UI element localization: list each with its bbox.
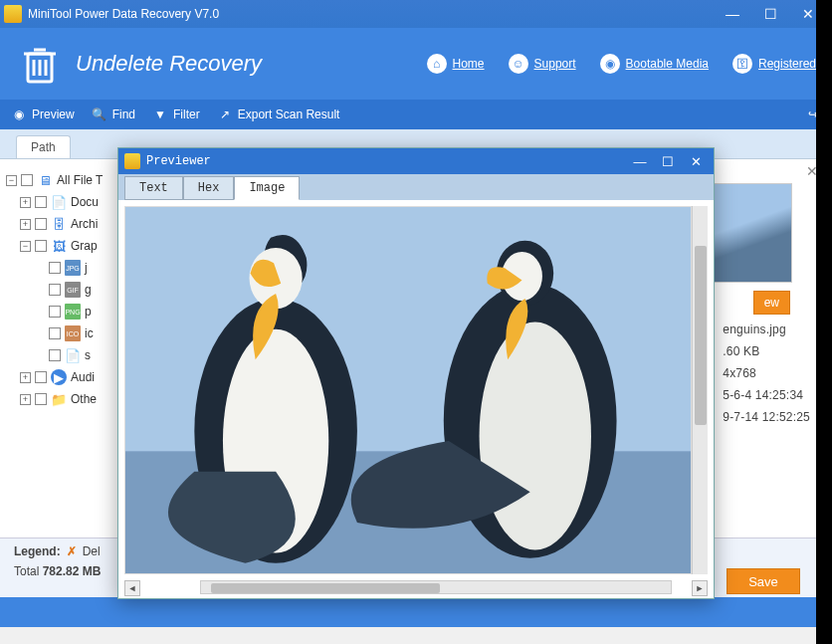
right-dark-edge (816, 0, 832, 644)
png-icon: PNG (65, 304, 81, 320)
tree-checkbox[interactable] (35, 393, 47, 405)
toolbar: ◉ Preview 🔍 Find ▼ Filter ↗ Export Scan … (0, 100, 832, 129)
tree-checkbox[interactable] (49, 306, 61, 318)
tree-label: Archi (71, 217, 98, 231)
tree-checkbox[interactable] (35, 218, 47, 230)
trash-icon (16, 40, 64, 88)
filter-label: Filter (173, 107, 200, 121)
file-icon: 📄 (65, 347, 81, 363)
funnel-icon: ▼ (153, 107, 167, 121)
tree-label: All File T (57, 173, 103, 187)
total-value: 782.82 MB (43, 564, 102, 578)
archive-icon: 🗄 (51, 216, 67, 232)
thumbnail-preview (713, 183, 792, 283)
horizontal-scrollbar[interactable] (200, 580, 672, 594)
preview-button[interactable]: ew (753, 291, 790, 315)
titlebar: MiniTool Power Data Recovery V7.0 — ☐ ✕ (0, 0, 832, 28)
previewer-title: Previewer (146, 154, 624, 168)
preview-image (124, 206, 692, 574)
total-label: Total (14, 564, 43, 578)
tree-checkbox[interactable] (49, 349, 61, 361)
previewer-window: Previewer — ☐ ✕ Text Hex Image (117, 147, 715, 599)
tree-checkbox[interactable] (49, 327, 61, 339)
tree-label: g (85, 283, 92, 297)
export-tool[interactable]: ↗ Export Scan Result (218, 107, 340, 121)
tree-label: j (85, 261, 88, 275)
bootable-label: Bootable Media (626, 57, 709, 71)
preview-label: Preview (32, 107, 75, 121)
tree-label: ic (85, 326, 94, 340)
app-icon (4, 5, 22, 23)
minimize-button[interactable]: — (719, 5, 746, 23)
jpeg-icon: JPG (65, 260, 81, 276)
vertical-scrollbar[interactable] (692, 206, 708, 574)
scrollbar-thumb[interactable] (695, 246, 707, 425)
filter-tool[interactable]: ▼ Filter (153, 107, 200, 121)
previewer-titlebar[interactable]: Previewer — ☐ ✕ (118, 148, 714, 174)
home-label: Home (453, 57, 485, 71)
scroll-right-arrow[interactable]: ► (692, 580, 708, 596)
monitor-icon: 🖥 (37, 172, 53, 188)
header-links: ⌂ Home ☺ Support ◉ Bootable Media ⚿ Regi… (427, 54, 816, 74)
tab-path[interactable]: Path (16, 135, 71, 158)
app-title: MiniTool Power Data Recovery V7.0 (28, 7, 719, 21)
svg-point-7 (480, 322, 591, 550)
tree-checkbox[interactable] (49, 262, 61, 274)
tree-checkbox[interactable] (35, 196, 47, 208)
gif-icon: GIF (65, 282, 81, 298)
support-link[interactable]: ☺ Support (509, 54, 576, 74)
picture-icon: 🖼 (51, 238, 67, 254)
key-icon: ⚿ (732, 54, 752, 74)
tab-image[interactable]: Image (234, 176, 300, 200)
expand-toggle[interactable]: + (20, 197, 31, 208)
tab-text[interactable]: Text (124, 176, 183, 200)
save-button[interactable]: Save (727, 568, 800, 594)
previewer-maximize-button[interactable]: ☐ (656, 152, 680, 170)
export-icon: ↗ (218, 107, 232, 121)
legend-x-icon: ✗ (67, 544, 77, 558)
tree-checkbox[interactable] (35, 371, 47, 383)
support-label: Support (534, 57, 576, 71)
tree-checkbox[interactable] (35, 240, 47, 252)
bootable-link[interactable]: ◉ Bootable Media (600, 54, 709, 74)
export-label: Export Scan Result (238, 107, 340, 121)
previewer-bottom: ◄ ► (118, 580, 714, 598)
maximize-button[interactable]: ☐ (756, 5, 784, 23)
tree-label: p (85, 305, 92, 319)
registered-link[interactable]: ⚿ Registered (732, 54, 816, 74)
play-icon: ▶ (51, 369, 67, 385)
expand-toggle[interactable]: − (20, 241, 31, 252)
detail-filename: enguins.jpg (723, 319, 810, 340)
search-icon: 🔍 (93, 107, 106, 121)
previewer-app-icon (124, 153, 140, 169)
window-buttons: — ☐ ✕ (719, 5, 828, 23)
tree-label: Audi (71, 370, 95, 384)
document-icon: 📄 (51, 194, 67, 210)
tab-hex[interactable]: Hex (183, 176, 235, 200)
previewer-close-button[interactable]: ✕ (684, 152, 708, 170)
preview-tool[interactable]: ◉ Preview (12, 107, 75, 121)
previewer-tabs: Text Hex Image (118, 174, 714, 200)
expand-toggle[interactable]: + (20, 394, 31, 405)
detail-modified: 9-7-14 12:52:25 (723, 406, 810, 428)
expand-toggle[interactable]: + (20, 372, 31, 383)
eye-icon: ◉ (12, 107, 26, 121)
expand-toggle[interactable]: + (20, 219, 31, 230)
ico-icon: ICO (65, 325, 81, 341)
disc-icon: ◉ (600, 54, 620, 74)
scrollbar-thumb[interactable] (211, 583, 440, 593)
previewer-minimize-button[interactable]: — (628, 152, 652, 170)
tree-checkbox[interactable] (49, 284, 61, 296)
find-label: Find (112, 107, 135, 121)
registered-label: Registered (758, 57, 816, 71)
detail-dimensions: 4x768 (723, 362, 810, 384)
footer (0, 597, 832, 627)
find-tool[interactable]: 🔍 Find (93, 107, 135, 121)
detail-size: .60 KB (723, 340, 810, 362)
expand-toggle[interactable]: − (6, 175, 17, 186)
tree-checkbox[interactable] (21, 174, 33, 186)
home-link[interactable]: ⌂ Home (427, 54, 485, 74)
home-icon: ⌂ (427, 54, 447, 74)
scroll-left-arrow[interactable]: ◄ (124, 580, 140, 596)
file-details: enguins.jpg .60 KB 4x768 5-6-4 14:25:34 … (723, 319, 810, 428)
